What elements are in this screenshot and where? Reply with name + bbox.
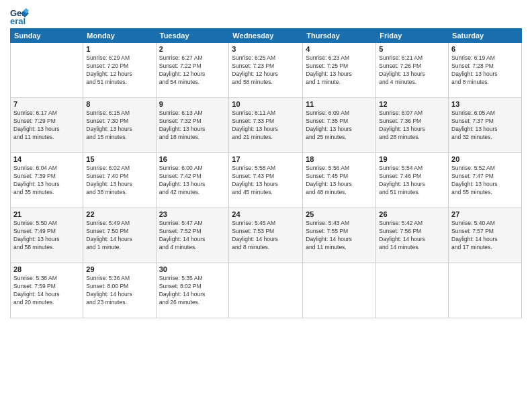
day-info: Sunrise: 5:35 AM Sunset: 8:02 PM Dayligh… <box>159 275 226 307</box>
calendar-cell <box>11 43 83 98</box>
calendar-cell: 10Sunrise: 6:11 AM Sunset: 7:33 PM Dayli… <box>229 98 303 153</box>
day-info: Sunrise: 5:43 AM Sunset: 7:55 PM Dayligh… <box>306 220 373 252</box>
day-number: 1 <box>86 45 152 53</box>
day-number: 14 <box>13 155 80 163</box>
calendar-cell <box>303 263 376 318</box>
calendar-cell: 26Sunrise: 5:42 AM Sunset: 7:56 PM Dayli… <box>376 208 449 263</box>
calendar-cell: 6Sunrise: 6:19 AM Sunset: 7:28 PM Daylig… <box>449 43 522 98</box>
day-number: 16 <box>159 155 226 163</box>
day-number: 19 <box>379 155 445 163</box>
svg-text:eral: eral <box>10 16 26 26</box>
calendar-cell: 16Sunrise: 6:00 AM Sunset: 7:42 PM Dayli… <box>156 153 229 208</box>
day-info: Sunrise: 5:52 AM Sunset: 7:47 PM Dayligh… <box>451 165 519 197</box>
weekday-header: Monday <box>83 29 156 43</box>
header: Gen eral <box>10 7 522 26</box>
page: Gen eral SundayMondayTuesdayWednesdayThu… <box>0 0 532 411</box>
calendar-cell: 1Sunrise: 6:29 AM Sunset: 7:20 PM Daylig… <box>83 43 156 98</box>
day-info: Sunrise: 6:27 AM Sunset: 7:22 PM Dayligh… <box>159 54 226 87</box>
day-number: 13 <box>451 100 519 108</box>
calendar-cell <box>449 263 522 318</box>
day-info: Sunrise: 6:04 AM Sunset: 7:39 PM Dayligh… <box>13 165 80 197</box>
weekday-header: Friday <box>376 29 449 43</box>
day-info: Sunrise: 6:25 AM Sunset: 7:23 PM Dayligh… <box>232 54 300 87</box>
day-info: Sunrise: 5:50 AM Sunset: 7:49 PM Dayligh… <box>13 220 80 252</box>
day-number: 17 <box>232 155 300 163</box>
calendar-cell: 13Sunrise: 6:05 AM Sunset: 7:37 PM Dayli… <box>449 98 522 153</box>
logo-icon: Gen eral <box>10 7 29 26</box>
calendar-cell: 25Sunrise: 5:43 AM Sunset: 7:55 PM Dayli… <box>303 208 376 263</box>
calendar-cell: 14Sunrise: 6:04 AM Sunset: 7:39 PM Dayli… <box>11 153 83 208</box>
calendar-cell: 3Sunrise: 6:25 AM Sunset: 7:23 PM Daylig… <box>229 43 303 98</box>
calendar-cell: 29Sunrise: 5:36 AM Sunset: 8:00 PM Dayli… <box>83 263 156 318</box>
day-number: 25 <box>306 210 373 218</box>
day-info: Sunrise: 5:56 AM Sunset: 7:45 PM Dayligh… <box>306 165 373 197</box>
day-number: 18 <box>306 155 373 163</box>
weekday-header: Thursday <box>303 29 376 43</box>
day-info: Sunrise: 6:07 AM Sunset: 7:36 PM Dayligh… <box>379 109 445 142</box>
calendar-cell: 20Sunrise: 5:52 AM Sunset: 7:47 PM Dayli… <box>449 153 522 208</box>
day-info: Sunrise: 6:09 AM Sunset: 7:35 PM Dayligh… <box>306 109 373 142</box>
calendar-cell <box>376 263 449 318</box>
weekday-header: Wednesday <box>229 29 303 43</box>
day-number: 2 <box>159 45 226 53</box>
weekday-row: SundayMondayTuesdayWednesdayThursdayFrid… <box>11 29 522 43</box>
calendar-cell: 2Sunrise: 6:27 AM Sunset: 7:22 PM Daylig… <box>156 43 229 98</box>
day-number: 21 <box>13 210 80 218</box>
calendar-cell: 21Sunrise: 5:50 AM Sunset: 7:49 PM Dayli… <box>11 208 83 263</box>
calendar-body: 1Sunrise: 6:29 AM Sunset: 7:20 PM Daylig… <box>11 43 522 318</box>
day-number: 9 <box>159 100 226 108</box>
day-info: Sunrise: 5:58 AM Sunset: 7:43 PM Dayligh… <box>232 165 300 197</box>
day-number: 28 <box>13 265 80 273</box>
day-info: Sunrise: 5:36 AM Sunset: 8:00 PM Dayligh… <box>86 275 152 307</box>
day-info: Sunrise: 6:21 AM Sunset: 7:26 PM Dayligh… <box>379 54 445 87</box>
calendar-cell: 7Sunrise: 6:17 AM Sunset: 7:29 PM Daylig… <box>11 98 83 153</box>
day-number: 5 <box>379 45 445 53</box>
calendar-cell: 17Sunrise: 5:58 AM Sunset: 7:43 PM Dayli… <box>229 153 303 208</box>
calendar-cell: 27Sunrise: 5:40 AM Sunset: 7:57 PM Dayli… <box>449 208 522 263</box>
day-info: Sunrise: 5:40 AM Sunset: 7:57 PM Dayligh… <box>451 220 519 252</box>
day-number: 11 <box>306 100 373 108</box>
weekday-header: Saturday <box>449 29 522 43</box>
calendar-cell: 22Sunrise: 5:49 AM Sunset: 7:50 PM Dayli… <box>83 208 156 263</box>
day-info: Sunrise: 6:05 AM Sunset: 7:37 PM Dayligh… <box>451 109 519 142</box>
day-info: Sunrise: 6:19 AM Sunset: 7:28 PM Dayligh… <box>451 54 519 87</box>
day-info: Sunrise: 6:15 AM Sunset: 7:30 PM Dayligh… <box>86 109 152 142</box>
calendar-week-row: 7Sunrise: 6:17 AM Sunset: 7:29 PM Daylig… <box>11 98 522 153</box>
day-number: 3 <box>232 45 300 53</box>
day-info: Sunrise: 5:45 AM Sunset: 7:53 PM Dayligh… <box>232 220 300 252</box>
calendar-week-row: 21Sunrise: 5:50 AM Sunset: 7:49 PM Dayli… <box>11 208 522 263</box>
calendar-header: SundayMondayTuesdayWednesdayThursdayFrid… <box>11 29 522 43</box>
day-number: 8 <box>86 100 152 108</box>
day-number: 6 <box>451 45 519 53</box>
day-number: 10 <box>232 100 300 108</box>
day-info: Sunrise: 6:23 AM Sunset: 7:25 PM Dayligh… <box>306 54 373 87</box>
calendar-cell: 11Sunrise: 6:09 AM Sunset: 7:35 PM Dayli… <box>303 98 376 153</box>
day-number: 30 <box>159 265 226 273</box>
calendar-cell: 30Sunrise: 5:35 AM Sunset: 8:02 PM Dayli… <box>156 263 229 318</box>
day-number: 22 <box>86 210 152 218</box>
calendar-cell: 5Sunrise: 6:21 AM Sunset: 7:26 PM Daylig… <box>376 43 449 98</box>
day-number: 23 <box>159 210 226 218</box>
calendar-cell: 9Sunrise: 6:13 AM Sunset: 7:32 PM Daylig… <box>156 98 229 153</box>
calendar-cell <box>229 263 303 318</box>
day-number: 27 <box>451 210 519 218</box>
day-number: 29 <box>86 265 152 273</box>
day-number: 24 <box>232 210 300 218</box>
calendar-week-row: 28Sunrise: 5:38 AM Sunset: 7:59 PM Dayli… <box>11 263 522 318</box>
calendar-cell: 4Sunrise: 6:23 AM Sunset: 7:25 PM Daylig… <box>303 43 376 98</box>
day-number: 20 <box>451 155 519 163</box>
day-number: 12 <box>379 100 445 108</box>
day-info: Sunrise: 6:00 AM Sunset: 7:42 PM Dayligh… <box>159 165 226 197</box>
day-info: Sunrise: 6:29 AM Sunset: 7:20 PM Dayligh… <box>86 54 152 87</box>
weekday-header: Sunday <box>11 29 83 43</box>
calendar-cell: 23Sunrise: 5:47 AM Sunset: 7:52 PM Dayli… <box>156 208 229 263</box>
day-number: 4 <box>306 45 373 53</box>
day-number: 7 <box>13 100 80 108</box>
calendar: SundayMondayTuesdayWednesdayThursdayFrid… <box>10 28 522 318</box>
calendar-cell: 12Sunrise: 6:07 AM Sunset: 7:36 PM Dayli… <box>376 98 449 153</box>
calendar-cell: 19Sunrise: 5:54 AM Sunset: 7:46 PM Dayli… <box>376 153 449 208</box>
calendar-week-row: 14Sunrise: 6:04 AM Sunset: 7:39 PM Dayli… <box>11 153 522 208</box>
day-info: Sunrise: 6:02 AM Sunset: 7:40 PM Dayligh… <box>86 165 152 197</box>
day-info: Sunrise: 5:47 AM Sunset: 7:52 PM Dayligh… <box>159 220 226 252</box>
calendar-cell: 8Sunrise: 6:15 AM Sunset: 7:30 PM Daylig… <box>83 98 156 153</box>
